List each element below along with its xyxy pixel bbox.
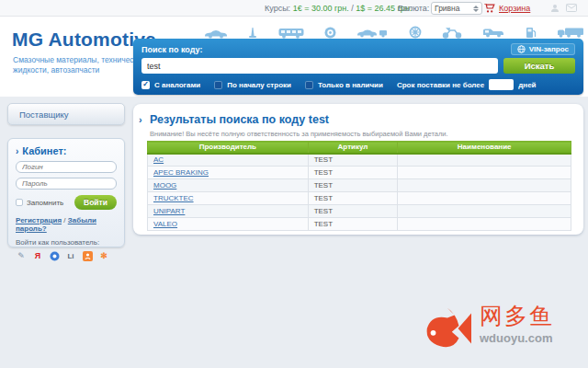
car-icon: [204, 29, 228, 39]
openid-icon[interactable]: ✻: [98, 250, 109, 261]
table-row: APEC BRAKING TEST: [148, 167, 571, 179]
table-row: VALEO TEST: [148, 218, 571, 231]
manufacturer-link[interactable]: APEC BRAKING: [153, 168, 209, 177]
article-cell: TEST: [308, 179, 398, 192]
cart-icon: [484, 4, 495, 13]
watermark-domain: wduoyu.com: [480, 331, 554, 345]
vin-label: VIN-запрос: [529, 45, 569, 53]
delivery-days-input[interactable]: [489, 79, 514, 90]
chevron-right-icon: ›: [139, 114, 142, 125]
search-panel: Поиск по коду: VIN-запрос Искать ✓ С ана…: [133, 39, 583, 95]
topbar: Курсы: 1€ = 30.00 грн. / 1$ = 26.45 грн.…: [0, 0, 588, 17]
odnoklassniki-icon[interactable]: [82, 250, 93, 261]
motorcycle-icon: [442, 27, 462, 39]
page: Курсы: 1€ = 30.00 грн. / 1$ = 26.45 грн.…: [0, 0, 588, 368]
table-row: AC TEST: [148, 154, 571, 167]
manufacturer-link[interactable]: AC: [153, 155, 164, 164]
rate-separator: /: [351, 4, 354, 13]
analogs-checkbox[interactable]: ✓: [141, 81, 150, 89]
results-warning: Внимание! Вы несёте полную ответственнос…: [150, 130, 448, 138]
manufacturer-link[interactable]: UNIPART: [153, 207, 185, 215]
car-with-trailer-icon: [356, 28, 388, 39]
login-button[interactable]: Войти: [74, 195, 117, 210]
line-start-label: По началу строки: [227, 81, 291, 89]
cart-link[interactable]: Корзина: [484, 4, 530, 13]
cabinet-panel: › Кабинет: Запомнить Войти Регистрация /…: [7, 138, 125, 247]
remember-label: Запомнить: [27, 199, 63, 207]
manufacturer-link[interactable]: VALEO: [153, 220, 177, 228]
article-cell: TEST: [308, 167, 398, 179]
login-input[interactable]: [16, 161, 117, 173]
name-cell: [398, 154, 571, 167]
links-separator: /: [63, 216, 65, 224]
table-header-row: Производитель Артикул Наименование: [148, 142, 571, 154]
results-title: Результаты поиска по коду test: [150, 113, 329, 126]
line-start-checkbox[interactable]: [214, 81, 222, 89]
cart-label: Корзина: [499, 4, 530, 13]
remember-checkbox[interactable]: [16, 199, 23, 206]
fuel-pump-icon: [526, 27, 537, 39]
name-cell: [398, 179, 571, 192]
account-links: Регистрация / Забыли пароль?: [16, 216, 117, 233]
bus-icon: [278, 28, 304, 39]
article-cell: TEST: [308, 218, 398, 231]
col-header-article[interactable]: Артикул: [308, 142, 398, 154]
van-icon: [482, 27, 504, 39]
article-cell: TEST: [308, 154, 398, 167]
table-row: UNIPART TEST: [148, 205, 571, 218]
user-icon[interactable]: [550, 4, 560, 13]
delivery-suffix: дней: [518, 81, 536, 89]
rates-label: Курсы:: [265, 4, 290, 13]
name-cell: [398, 205, 571, 218]
currency-value: Гривна: [435, 4, 460, 13]
name-cell: [398, 167, 571, 179]
table-row: MOOG TEST: [148, 179, 571, 192]
tire-icon: [324, 27, 336, 39]
delivery-label: Срок поставки не более: [397, 81, 484, 89]
cone-icon: [248, 27, 257, 39]
chevron-right-icon: ›: [16, 146, 18, 156]
currency-select[interactable]: Гривна: [431, 2, 482, 15]
supplier-button[interactable]: Поставщику: [7, 103, 125, 125]
vehicle-icon-strip: [204, 25, 584, 39]
cabinet-title: › Кабинет:: [16, 145, 117, 156]
search-input[interactable]: [141, 58, 498, 74]
article-cell: TEST: [308, 205, 398, 218]
watermark: 网多鱼 wduoyu.com: [421, 304, 554, 353]
analogs-label: С аналогами: [154, 81, 200, 89]
site-tagline: Смазочные материалы, технические жидкост…: [13, 55, 146, 76]
globe-icon: [517, 45, 526, 53]
col-header-manufacturer[interactable]: Производитель: [148, 142, 309, 154]
results-table: Производитель Артикул Наименование AC TE…: [147, 141, 571, 231]
table-row: TRUCKTEC TEST: [148, 192, 571, 205]
register-link[interactable]: Регистрация: [16, 216, 62, 224]
mail-icon[interactable]: [566, 4, 577, 12]
liveinternet-icon[interactable]: Li: [65, 250, 76, 261]
search-label: Поиск по коду:: [141, 45, 202, 54]
vin-request-button[interactable]: VIN-запрос: [511, 43, 575, 55]
article-cell: TEST: [308, 192, 398, 205]
in-stock-label: Только в наличии: [318, 81, 383, 89]
social-login-label: Войти как пользователь:: [16, 238, 117, 247]
password-input[interactable]: [16, 178, 117, 190]
search-button[interactable]: Искать: [503, 58, 575, 74]
yandex-icon[interactable]: Я: [32, 250, 43, 261]
currency-label: Валюта:: [398, 4, 429, 13]
in-stock-checkbox[interactable]: [305, 81, 313, 89]
manufacturer-link[interactable]: TRUCKTEC: [153, 194, 194, 202]
name-cell: [398, 192, 571, 205]
results-panel: › Результаты поиска по коду test Внимани…: [133, 104, 583, 235]
livejournal-icon[interactable]: ✎: [16, 250, 27, 261]
social-login-row: ✎ Я Li ✻: [16, 250, 117, 261]
manufacturer-link[interactable]: MOOG: [153, 181, 176, 190]
truck-icon: [557, 27, 584, 39]
rim-icon: [409, 26, 422, 39]
name-cell: [398, 218, 571, 231]
header: MG Automotive Смазочные материалы, техни…: [0, 17, 588, 97]
select-arrows-icon: [473, 6, 479, 12]
mailru-icon[interactable]: [49, 250, 60, 261]
col-header-name[interactable]: Наименование: [398, 142, 571, 154]
watermark-brand: 网多鱼: [480, 304, 554, 329]
exchange-rates: Курсы: 1€ = 30.00 грн. / 1$ = 26.45 грн.: [265, 4, 412, 13]
rate-eur: 1€ = 30.00 грн.: [293, 4, 349, 13]
